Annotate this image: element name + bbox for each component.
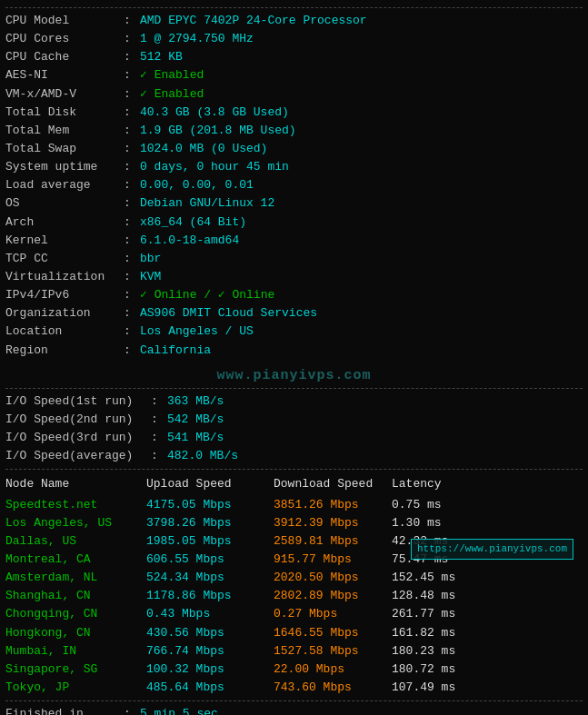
- org-row: Organization : AS906 DMIT Cloud Services: [5, 304, 583, 323]
- net-download-6: 0.27 Mbps: [274, 605, 392, 623]
- net-upload-2: 1985.05 Mbps: [146, 532, 274, 551]
- ipv-value: ✓ Online / ✓ Online: [140, 286, 274, 304]
- net-latency-10: 107.49 ms: [392, 679, 464, 697]
- net-upload-10: 485.64 Mbps: [146, 679, 274, 697]
- net-download-1: 3912.39 Mbps: [274, 514, 392, 532]
- net-upload-0: 4175.05 Mbps: [146, 496, 274, 514]
- net-latency-6: 261.77 ms: [392, 605, 464, 623]
- net-latency-8: 180.23 ms: [392, 642, 464, 660]
- region-row: Region : California: [5, 342, 583, 360]
- net-node-5: Shanghai, CN: [5, 587, 146, 605]
- header-upload: Upload Speed: [146, 475, 274, 493]
- table-row: Los Angeles, US 3798.26 Mbps 3912.39 Mbp…: [5, 514, 583, 532]
- net-download-2: 2589.81 Mbps: [274, 532, 392, 551]
- cpu-cores-row: CPU Cores : 1 @ 2794.750 MHz: [5, 30, 583, 48]
- network-rows: Speedtest.net 4175.05 Mbps 3851.26 Mbps …: [5, 496, 583, 698]
- region-value: California: [140, 342, 211, 360]
- vmx-value: ✓ Enabled: [140, 85, 204, 104]
- table-row: Chongqing, CN 0.43 Mbps 0.27 Mbps 261.77…: [5, 605, 583, 623]
- net-download-3: 915.77 Mbps: [274, 551, 392, 569]
- table-row: Hongkong, CN 430.56 Mbps 1646.55 Mbps 16…: [5, 624, 583, 642]
- finished-value: 5 min 5 sec: [140, 705, 218, 715]
- net-download-10: 743.60 Mbps: [274, 679, 392, 697]
- net-upload-3: 606.55 Mbps: [146, 551, 274, 569]
- finished-label: Finished in: [5, 705, 124, 715]
- total-swap-label: Total Swap: [5, 140, 124, 158]
- location-row: Location : Los Angeles / US: [5, 323, 583, 341]
- load-avg-label: Load average: [5, 176, 124, 194]
- total-mem-value: 1.9 GB (201.8 MB Used): [140, 122, 296, 140]
- net-node-10: Tokyo, JP: [5, 679, 146, 697]
- total-mem-row: Total Mem : 1.9 GB (201.8 MB Used): [5, 122, 583, 140]
- table-row: Amsterdam, NL 524.34 Mbps 2020.50 Mbps 1…: [5, 569, 583, 587]
- net-upload-7: 430.56 Mbps: [146, 624, 274, 642]
- table-row: Singapore, SG 100.32 Mbps 22.00 Mbps 180…: [5, 660, 583, 679]
- net-node-0: Speedtest.net: [5, 496, 146, 514]
- uptime-row: System uptime : 0 days, 0 hour 45 min: [5, 158, 583, 176]
- net-node-8: Mumbai, IN: [5, 642, 146, 660]
- net-download-0: 3851.26 Mbps: [274, 496, 392, 514]
- kernel-label: Kernel: [5, 232, 124, 250]
- net-latency-7: 161.82 ms: [392, 624, 464, 642]
- uptime-value: 0 days, 0 hour 45 min: [140, 158, 289, 176]
- net-latency-4: 152.45 ms: [392, 569, 464, 587]
- region-label: Region: [5, 342, 124, 360]
- cpu-cache-row: CPU Cache : 512 KB: [5, 48, 583, 66]
- kernel-row: Kernel : 6.1.0-18-amd64: [5, 232, 583, 250]
- net-download-7: 1646.55 Mbps: [274, 624, 392, 642]
- net-latency-5: 128.48 ms: [392, 587, 464, 605]
- cpu-model-value: AMD EPYC 7402P 24-Core Processor: [140, 12, 367, 30]
- load-avg-row: Load average : 0.00, 0.00, 0.01: [5, 176, 583, 194]
- cpu-model-label: CPU Model: [5, 12, 124, 30]
- total-disk-row: Total Disk : 40.3 GB (3.8 GB Used): [5, 104, 583, 122]
- net-upload-5: 1178.86 Mbps: [146, 587, 274, 605]
- io-section: I/O Speed(1st run) : 363 MB/s I/O Speed(…: [5, 388, 583, 470]
- aes-ni-label: AES-NI: [5, 66, 124, 84]
- net-latency-1: 1.30 ms: [392, 514, 464, 532]
- virt-value: KVM: [140, 268, 161, 286]
- table-row: Montreal, CA 606.55 Mbps 915.77 Mbps 75.…: [5, 551, 583, 569]
- ipv-label: IPv4/IPv6: [5, 286, 124, 304]
- finished-row: Finished in : 5 min 5 sec: [5, 705, 583, 715]
- table-row: Speedtest.net 4175.05 Mbps 3851.26 Mbps …: [5, 496, 583, 514]
- net-download-5: 2802.89 Mbps: [274, 587, 392, 605]
- net-download-9: 22.00 Mbps: [274, 660, 392, 679]
- net-latency-2: 42.32 ms: [392, 532, 464, 551]
- io-run1-value: 363 MB/s: [167, 392, 224, 411]
- net-download-4: 2020.50 Mbps: [274, 569, 392, 587]
- aes-ni-row: AES-NI : ✓ Enabled: [5, 66, 583, 84]
- net-upload-8: 766.74 Mbps: [146, 642, 274, 660]
- io-run3-label: I/O Speed(3rd run): [5, 429, 151, 447]
- location-label: Location: [5, 323, 124, 341]
- io-avg-label: I/O Speed(average): [5, 447, 151, 465]
- watermark: www.pianyivps.com: [5, 363, 583, 388]
- os-value: Debian GNU/Linux 12: [140, 194, 274, 213]
- cpu-cache-label: CPU Cache: [5, 48, 124, 66]
- net-upload-9: 100.32 Mbps: [146, 660, 274, 679]
- virt-row: Virtualization : KVM: [5, 268, 583, 286]
- total-mem-label: Total Mem: [5, 122, 124, 140]
- system-info-section: CPU Model : AMD EPYC 7402P 24-Core Proce…: [5, 7, 583, 363]
- location-value: Los Angeles / US: [140, 323, 254, 341]
- net-node-6: Chongqing, CN: [5, 605, 146, 623]
- virt-label: Virtualization: [5, 268, 124, 286]
- io-run3-value: 541 MB/s: [167, 429, 224, 447]
- vmx-row: VM-x/AMD-V : ✓ Enabled: [5, 85, 583, 104]
- arch-value: x86_64 (64 Bit): [140, 214, 246, 232]
- cpu-cores-label: CPU Cores: [5, 30, 124, 48]
- aes-ni-value: ✓ Enabled: [140, 66, 204, 84]
- tcp-cc-row: TCP CC : bbr: [5, 250, 583, 268]
- io-run1-label: I/O Speed(1st run): [5, 392, 151, 411]
- network-header: Node Name Upload Speed Download Speed La…: [5, 473, 583, 495]
- net-upload-4: 524.34 Mbps: [146, 569, 274, 587]
- total-swap-value: 1024.0 MB (0 Used): [140, 140, 267, 158]
- org-value: AS906 DMIT Cloud Services: [140, 304, 317, 323]
- tcp-cc-value: bbr: [140, 250, 161, 268]
- net-upload-1: 3798.26 Mbps: [146, 514, 274, 532]
- vmx-label: VM-x/AMD-V: [5, 85, 124, 104]
- net-node-4: Amsterdam, NL: [5, 569, 146, 587]
- cpu-model-row: CPU Model : AMD EPYC 7402P 24-Core Proce…: [5, 12, 583, 30]
- load-avg-value: 0.00, 0.00, 0.01: [140, 176, 254, 194]
- table-row: Dallas, US 1985.05 Mbps 2589.81 Mbps 42.…: [5, 532, 583, 551]
- net-upload-6: 0.43 Mbps: [146, 605, 274, 623]
